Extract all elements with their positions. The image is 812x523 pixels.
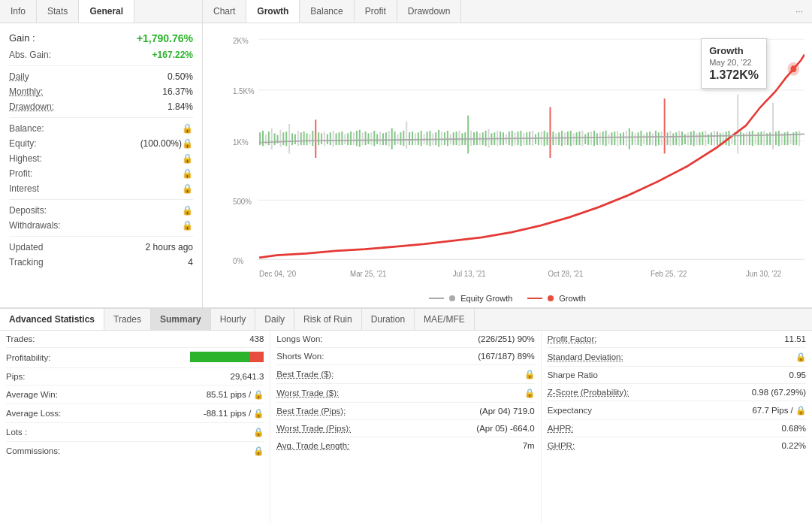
svg-rect-159 — [711, 132, 712, 145]
svg-rect-136 — [643, 134, 644, 144]
withdrawals-label: Withdrawals: — [9, 220, 61, 231]
svg-rect-66 — [438, 130, 439, 147]
svg-rect-125 — [611, 132, 612, 145]
svg-rect-39 — [359, 130, 361, 147]
svg-rect-189 — [798, 131, 800, 146]
zscore-value: 0.98 (67.29%) — [752, 388, 806, 397]
tab-hourly[interactable]: Hourly — [211, 309, 256, 330]
svg-rect-49 — [388, 131, 390, 146]
tab-stats[interactable]: Stats — [37, 0, 79, 23]
tracking-row: Tracking 4 — [9, 255, 193, 270]
growth-circle-icon — [548, 295, 554, 301]
daily-value: 0.50% — [168, 71, 193, 82]
stat-pips: Pips: 29,641.3 — [6, 368, 264, 385]
stat-commissions: Commissions: 🔒 — [6, 442, 264, 460]
stat-avg-trade-length: Avg. Trade Length: 7m — [276, 437, 534, 454]
left-panel: Info Stats General Gain : +1,790.76% Abs… — [0, 0, 203, 307]
profit-bar-red — [250, 352, 264, 362]
svg-rect-5 — [259, 132, 261, 145]
shorts-won-label: Shorts Won: — [276, 352, 324, 361]
svg-rect-157 — [705, 131, 706, 146]
interest-row: Interest 🔒 — [9, 181, 193, 196]
svg-rect-36 — [350, 132, 352, 145]
svg-rect-67 — [441, 132, 442, 145]
tab-trades[interactable]: Trades — [104, 309, 151, 330]
sharpe-label: Sharpe Ratio — [548, 370, 598, 379]
stat-profit-factor: Profit Factor: 11.51 — [548, 331, 806, 348]
svg-rect-164 — [726, 132, 727, 145]
commissions-label: Commissions: — [6, 446, 60, 455]
tab-duration[interactable]: Duration — [362, 309, 415, 330]
svg-rect-44 — [373, 131, 375, 146]
tab-chart[interactable]: Chart — [203, 0, 246, 23]
monthly-row: Monthly: 16.37% — [9, 84, 193, 99]
y-label-2k: 2K% — [233, 35, 249, 45]
svg-rect-171 — [746, 132, 747, 145]
stat-worst-trade-dollar: Worst Trade ($): 🔒 — [276, 384, 534, 403]
svg-rect-12 — [279, 130, 281, 147]
highest-label: Highest: — [9, 153, 42, 164]
svg-rect-154 — [696, 133, 698, 145]
profit-lock: 🔒 — [182, 168, 193, 179]
svg-rect-23 — [312, 131, 313, 146]
bottom-section: Advanced Statistics Trades Summary Hourl… — [0, 308, 812, 523]
chart-menu-icon[interactable]: ··· — [786, 0, 812, 23]
profit-factor-label: Profit Factor: — [548, 334, 597, 343]
svg-rect-169 — [740, 132, 741, 145]
tab-drawdown[interactable]: Drawdown — [397, 0, 462, 23]
worst-trade-dollar-label: Worst Trade ($): — [276, 388, 339, 398]
svg-rect-121 — [599, 132, 601, 145]
stat-sharpe: Sharpe Ratio 0.95 — [548, 367, 806, 384]
best-trade-pips-value: (Apr 04) 719.0 — [479, 407, 535, 416]
svg-rect-135 — [640, 131, 641, 146]
equity-growth-line-icon — [429, 298, 444, 299]
stat-std-dev: Standard Deviation: 🔒 — [548, 348, 806, 367]
svg-rect-116 — [584, 134, 586, 144]
worst-trade-dollar-value: 🔒 — [524, 388, 535, 398]
interest-label: Interest — [9, 183, 39, 194]
tab-summary[interactable]: Summary — [151, 309, 211, 330]
std-dev-value: 🔒 — [795, 352, 806, 362]
svg-rect-123 — [605, 131, 607, 146]
updated-label: Updated — [9, 242, 43, 252]
svg-rect-168 — [737, 95, 738, 154]
stat-ghpr: GHPR: 0.22% — [548, 437, 806, 454]
pips-value: 29,641.3 — [231, 372, 264, 381]
tab-info[interactable]: Info — [0, 0, 37, 23]
svg-rect-131 — [629, 128, 630, 150]
tab-balance[interactable]: Balance — [300, 0, 354, 23]
avg-win-value: 85.51 pips / 🔒 — [207, 389, 264, 400]
monthly-label: Monthly: — [9, 86, 43, 97]
svg-rect-122 — [602, 132, 604, 145]
equity-circle-icon — [449, 295, 455, 301]
best-trade-pips-label: Best Trade (Pips): — [276, 407, 346, 416]
stat-best-trade-pips: Best Trade (Pips): (Apr 04) 719.0 — [276, 403, 534, 420]
expectancy-value: 67.7 Pips / 🔒 — [752, 405, 806, 416]
svg-rect-103 — [547, 132, 548, 145]
svg-rect-149 — [681, 132, 683, 145]
tab-risk-of-ruin[interactable]: Risk of Ruin — [294, 309, 362, 330]
tab-advanced-statistics[interactable]: Advanced Statistics — [0, 309, 104, 330]
std-dev-label: Standard Deviation: — [548, 352, 623, 361]
gain-value: +1,790.76% — [137, 32, 193, 44]
daily-label: Daily — [9, 71, 29, 82]
tab-profit[interactable]: Profit — [355, 0, 397, 23]
highest-lock: 🔒 — [182, 153, 193, 164]
monthly-value: 16.37% — [162, 86, 193, 97]
tab-daily[interactable]: Daily — [255, 309, 294, 330]
tab-growth[interactable]: Growth — [246, 0, 300, 23]
best-trade-dollar-label: Best Trade ($): — [276, 370, 334, 379]
tab-mae-mfe[interactable]: MAE/MFE — [415, 309, 475, 330]
svg-rect-62 — [427, 132, 428, 145]
svg-rect-130 — [626, 131, 627, 146]
tab-general[interactable]: General — [79, 0, 134, 23]
stat-zscore: Z-Score (Probability): 0.98 (67.29%) — [548, 384, 806, 401]
svg-rect-104 — [549, 107, 551, 158]
svg-rect-28 — [327, 134, 328, 144]
worst-trade-pips-label: Worst Trade (Pips): — [276, 424, 351, 433]
profit-bar-green — [190, 352, 250, 362]
x-label-1: Dec 04, '20 — [259, 268, 296, 278]
svg-rect-173 — [752, 131, 753, 146]
balance-lock: 🔒 — [182, 123, 193, 134]
svg-rect-51 — [394, 132, 396, 145]
